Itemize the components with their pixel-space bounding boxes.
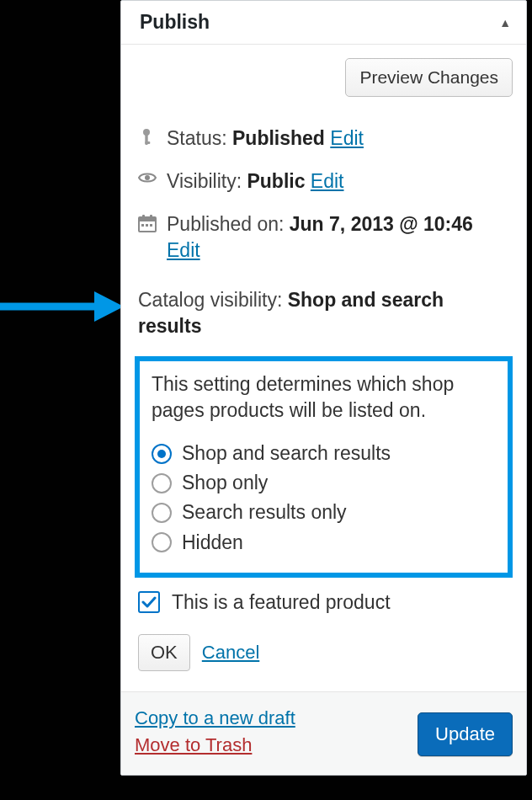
svg-rect-9 bbox=[150, 215, 152, 219]
published-value: Jun 7, 2013 @ 10:46 bbox=[290, 213, 473, 235]
radio-label: Shop and search results bbox=[182, 440, 391, 467]
radio-shop-and-search[interactable]: Shop and search results bbox=[152, 439, 496, 468]
svg-marker-1 bbox=[94, 291, 124, 322]
panel-footer: Copy to a new draft Move to Trash Update bbox=[121, 691, 526, 775]
move-to-trash-link[interactable]: Move to Trash bbox=[135, 734, 295, 756]
status-value: Published bbox=[232, 127, 325, 149]
radio-icon bbox=[152, 503, 172, 523]
radio-label: Hidden bbox=[182, 530, 243, 556]
radio-hidden[interactable]: Hidden bbox=[152, 528, 496, 557]
panel-title: Publish bbox=[140, 11, 210, 34]
catalog-label: Catalog visibility: bbox=[138, 289, 282, 311]
checkbox-icon bbox=[138, 591, 160, 613]
svg-rect-8 bbox=[142, 215, 145, 219]
key-icon bbox=[138, 128, 157, 147]
status-edit-link[interactable]: Edit bbox=[330, 127, 364, 149]
eye-icon bbox=[138, 171, 157, 184]
svg-rect-10 bbox=[141, 224, 144, 227]
radio-icon bbox=[152, 532, 172, 552]
preview-changes-button[interactable]: Preview Changes bbox=[345, 58, 513, 97]
visibility-value: Public bbox=[247, 170, 305, 192]
radio-search-only[interactable]: Search results only bbox=[152, 498, 496, 527]
collapse-toggle-icon[interactable]: ▲ bbox=[499, 16, 511, 29]
catalog-help-text: This setting determines which shop pages… bbox=[152, 371, 496, 424]
callout-arrow bbox=[0, 290, 124, 323]
catalog-visibility-row: Catalog visibility: Shop and search resu… bbox=[135, 279, 513, 348]
cancel-link[interactable]: Cancel bbox=[202, 642, 259, 664]
status-row: Status: Published Edit bbox=[135, 117, 513, 160]
published-row: Published on: Jun 7, 2013 @ 10:46 Edit bbox=[135, 203, 513, 272]
svg-rect-11 bbox=[146, 224, 148, 227]
visibility-edit-link[interactable]: Edit bbox=[311, 170, 344, 192]
status-label: Status: bbox=[167, 127, 227, 149]
radio-label: Search results only bbox=[182, 499, 347, 525]
published-label: Published on: bbox=[167, 213, 284, 235]
svg-rect-7 bbox=[139, 217, 156, 221]
published-edit-link[interactable]: Edit bbox=[167, 239, 200, 261]
ok-button[interactable]: OK bbox=[138, 634, 190, 671]
panel-header[interactable]: Publish ▲ bbox=[121, 1, 526, 45]
radio-icon bbox=[152, 473, 172, 493]
copy-to-new-draft-link[interactable]: Copy to a new draft bbox=[135, 707, 295, 729]
visibility-label: Visibility: bbox=[167, 170, 242, 192]
radio-shop-only[interactable]: Shop only bbox=[152, 468, 496, 498]
featured-product-row[interactable]: This is a featured product bbox=[135, 578, 513, 622]
catalog-visibility-options: This setting determines which shop pages… bbox=[135, 356, 513, 577]
featured-label: This is a featured product bbox=[172, 591, 391, 614]
radio-icon bbox=[152, 444, 172, 464]
visibility-row: Visibility: Public Edit bbox=[135, 160, 513, 203]
svg-point-5 bbox=[145, 175, 150, 180]
svg-rect-12 bbox=[150, 224, 152, 227]
radio-label: Shop only bbox=[182, 470, 268, 496]
svg-rect-4 bbox=[145, 141, 150, 144]
update-button[interactable]: Update bbox=[418, 712, 513, 756]
calendar-icon bbox=[138, 214, 157, 232]
publish-panel: Publish ▲ Preview Changes Status: Publis… bbox=[120, 0, 527, 776]
